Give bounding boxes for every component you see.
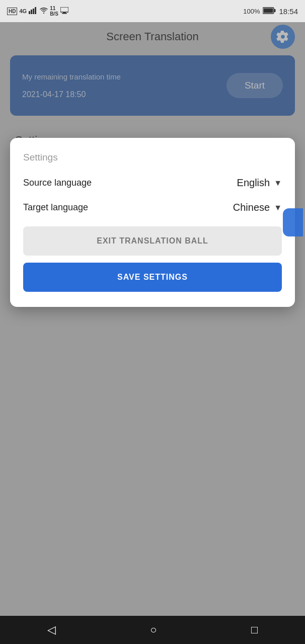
target-chevron-down-icon: ▼ (274, 203, 282, 212)
svg-rect-0 (29, 11, 30, 14)
status-right: 100% 18:54 (243, 7, 298, 16)
target-language-row: Target language Chinese ▼ (23, 202, 282, 213)
status-left: HD 4G 11B/S (7, 6, 68, 17)
svg-rect-8 (274, 9, 276, 12)
svg-rect-5 (63, 12, 66, 13)
time-text: 18:54 (279, 7, 298, 16)
home-button[interactable]: ○ (150, 623, 157, 636)
back-button[interactable]: ◁ (47, 623, 56, 636)
wifi-icon (40, 8, 48, 15)
source-language-value: English (237, 177, 270, 189)
recent-apps-button[interactable]: □ (251, 623, 258, 636)
svg-rect-2 (33, 9, 34, 14)
svg-rect-6 (62, 13, 67, 14)
app-background: Screen Translation My remaining translat… (0, 22, 305, 616)
modal-overlay: Settings Source language English ▼ Targe… (0, 22, 305, 616)
target-language-label: Target language (23, 202, 88, 213)
network-icon: 4G (19, 8, 27, 14)
exit-translation-ball-button[interactable]: EXIT TRANSLATION BALL (23, 226, 282, 256)
svg-rect-9 (264, 8, 273, 13)
source-chevron-down-icon: ▼ (274, 179, 282, 188)
speed-text: 11B/S (50, 6, 58, 17)
hd-icon: HD (7, 8, 17, 15)
svg-rect-1 (31, 10, 32, 14)
save-settings-button[interactable]: SAVE SETTINGS (23, 263, 282, 292)
source-language-label: Source language (23, 178, 92, 188)
signal-icon (29, 7, 38, 15)
nav-bar: ◁ ○ □ (0, 616, 305, 644)
source-language-row: Source language English ▼ (23, 177, 282, 189)
source-language-dropdown[interactable]: English ▼ (237, 177, 282, 189)
battery-icon (263, 7, 276, 16)
status-bar: HD 4G 11B/S (0, 0, 305, 22)
svg-rect-3 (35, 7, 36, 14)
floating-ball-indicator (283, 208, 303, 236)
target-language-value: Chinese (233, 202, 270, 213)
settings-modal: Settings Source language English ▼ Targe… (10, 138, 295, 307)
modal-title: Settings (23, 152, 282, 163)
target-language-dropdown[interactable]: Chinese ▼ (233, 202, 282, 213)
battery-text: 100% (243, 8, 260, 15)
svg-rect-4 (60, 7, 68, 12)
cast-icon (60, 7, 68, 15)
